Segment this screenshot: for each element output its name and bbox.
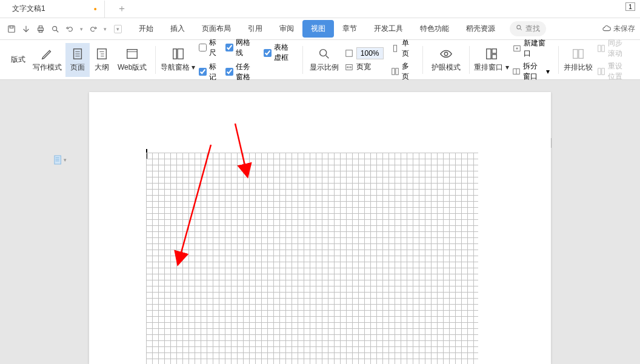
gridlines-area — [146, 153, 478, 364]
svg-point-19 — [320, 50, 327, 56]
redo-icon[interactable] — [88, 24, 99, 35]
svg-point-25 — [444, 52, 448, 56]
show-scale-button[interactable]: 显示比例 — [308, 43, 341, 77]
chevron-down-icon: ▾ — [64, 157, 67, 163]
svg-rect-20 — [346, 50, 353, 57]
reset-position-button: 重设位置 — [597, 61, 629, 82]
tab-review[interactable]: 审阅 — [271, 20, 302, 38]
arrange-icon — [484, 47, 499, 61]
percent-icon — [344, 48, 354, 58]
svg-rect-17 — [173, 49, 176, 59]
group-nav: 导航窗格 ▾ 标尺 标记 网格线 任务窗格 表格虚框 — [156, 40, 302, 79]
page-options-icon[interactable]: ▾ — [54, 155, 67, 165]
document-tab[interactable]: 文字文稿1 • — [5, 1, 105, 18]
output-icon[interactable] — [21, 24, 32, 35]
outline-icon — [95, 47, 109, 61]
ruler-checkbox[interactable]: 标尺 — [199, 38, 218, 58]
svg-rect-34 — [598, 45, 601, 51]
unsaved-dot-icon: • — [94, 4, 97, 14]
group-compare: 并排比较 同步滚动 重设位置 — [559, 40, 638, 79]
cloud-icon — [602, 25, 611, 33]
multi-page-button[interactable]: 多页 — [391, 61, 414, 82]
svg-rect-15 — [127, 50, 138, 59]
new-window-button[interactable]: 新建窗口 — [512, 38, 549, 59]
margin-marker — [551, 138, 552, 148]
undo-icon[interactable] — [64, 24, 75, 35]
group-windows: 重排窗口 ▾ 新建窗口 拆分窗口 ▾ — [469, 40, 558, 79]
markup-checkbox[interactable]: 标记 — [199, 62, 218, 82]
svg-rect-37 — [602, 68, 604, 74]
svg-rect-28 — [492, 55, 496, 59]
document-name: 文字文稿1 — [12, 4, 45, 14]
tab-resources[interactable]: 稻壳资源 — [458, 20, 504, 38]
split-window-button[interactable]: 拆分窗口 ▾ — [512, 61, 549, 82]
svg-rect-0 — [8, 25, 15, 32]
taskpane-checkbox[interactable]: 任务窗格 — [225, 62, 256, 82]
layout-stub-button[interactable]: 版式 — [7, 43, 29, 77]
svg-rect-38 — [55, 156, 61, 164]
tab-start[interactable]: 开始 — [130, 20, 162, 38]
group-eye: 护眼模式 — [423, 40, 469, 79]
print-icon[interactable] — [35, 24, 46, 35]
save-status[interactable]: 未保存 — [602, 24, 635, 34]
reset-icon — [597, 67, 605, 76]
nav-pane-button[interactable]: 导航窗格 ▾ — [161, 43, 195, 77]
outline-view-button[interactable]: 大纲 — [90, 43, 114, 77]
menu-tabs: 开始 插入 页面布局 引用 审阅 视图 章节 开发工具 特色功能 稻壳资源 — [130, 20, 504, 38]
search-box[interactable]: 查找 — [510, 21, 546, 36]
width-icon — [344, 62, 354, 72]
svg-rect-36 — [598, 68, 601, 74]
tab-section[interactable]: 章节 — [334, 20, 365, 38]
svg-rect-23 — [392, 68, 394, 74]
document-page[interactable]: ▾ — [89, 92, 551, 364]
eye-icon — [439, 47, 453, 61]
search-placeholder: 查找 — [525, 24, 540, 34]
writing-mode-button[interactable]: 写作模式 — [29, 43, 65, 77]
side-by-side-button: 并排比较 — [564, 43, 593, 77]
svg-rect-22 — [393, 45, 396, 51]
svg-rect-1 — [10, 25, 13, 28]
svg-rect-18 — [178, 49, 183, 59]
web-icon — [125, 47, 139, 61]
qat-customize-dropdown[interactable]: ▾ — [114, 25, 122, 33]
nav-pane-icon — [171, 47, 185, 61]
svg-rect-35 — [602, 45, 604, 51]
sync-scroll-button: 同步滚动 — [597, 38, 629, 59]
svg-rect-26 — [487, 49, 491, 59]
svg-rect-24 — [395, 68, 398, 74]
page-width-button[interactable]: 页宽 — [344, 62, 384, 72]
preview-icon[interactable] — [50, 24, 61, 35]
arrange-windows-button[interactable]: 重排窗口 ▾ — [474, 43, 508, 77]
svg-rect-32 — [573, 50, 578, 59]
gridlines-checkbox[interactable]: 网格线 — [225, 38, 256, 58]
undo-dropdown-icon[interactable]: ▾ — [79, 26, 84, 32]
multi-page-icon — [391, 67, 399, 76]
svg-point-6 — [517, 25, 521, 29]
zoom-percent-button[interactable]: 100% — [344, 47, 384, 59]
tab-insert[interactable]: 插入 — [162, 20, 193, 38]
single-page-button[interactable]: 单页 — [391, 38, 414, 59]
page-view-button[interactable]: 页面 — [65, 43, 90, 77]
redo-dropdown-icon[interactable]: ▾ — [102, 26, 108, 32]
tab-view[interactable]: 视图 — [302, 20, 334, 38]
save-icon[interactable] — [6, 24, 17, 35]
single-page-icon — [391, 44, 399, 53]
tab-features[interactable]: 特色功能 — [412, 20, 458, 38]
ribbon: 版式 写作模式 页面 大纲 Web版式 导航窗格 ▾ 标尺 标记 网格 — [0, 40, 640, 80]
svg-rect-3 — [39, 25, 42, 28]
window-number-badge[interactable]: 1 — [625, 2, 635, 11]
web-view-button[interactable]: Web版式 — [114, 43, 150, 77]
tableframe-checkbox[interactable]: 表格虚框 — [264, 42, 295, 63]
svg-rect-4 — [39, 30, 42, 32]
magnifier-icon — [317, 47, 332, 61]
svg-point-5 — [53, 26, 57, 30]
sync-scroll-icon — [597, 44, 605, 53]
new-tab-button[interactable]: ＋ — [112, 0, 132, 18]
group-zoom: 显示比例 100% 页宽 单页 多页 — [303, 40, 422, 79]
document-tab-bar: 文字文稿1 • ＋ 1 — [0, 0, 640, 18]
group-view-mode: 版式 写作模式 页面 大纲 Web版式 — [2, 40, 155, 79]
canvas-area[interactable]: ▾ — [0, 80, 640, 364]
search-icon — [516, 24, 523, 33]
split-window-icon — [512, 67, 521, 76]
eye-mode-button[interactable]: 护眼模式 — [428, 43, 464, 77]
